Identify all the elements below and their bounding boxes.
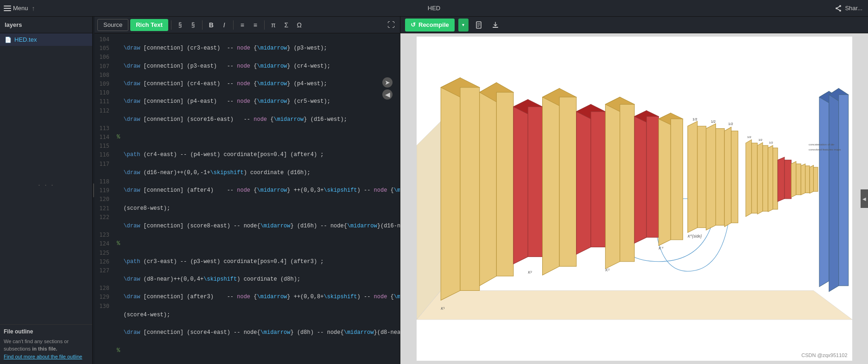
svg-line-6 xyxy=(836,6,840,8)
code-line: % xyxy=(117,133,396,142)
svg-rect-0 xyxy=(4,6,11,6)
svg-marker-68 xyxy=(819,91,829,287)
svg-marker-66 xyxy=(810,165,813,194)
ordered-list-btn[interactable]: ≡ xyxy=(236,19,248,31)
preview-download-btn[interactable] xyxy=(489,19,502,31)
share-button[interactable]: Shar... xyxy=(835,5,868,12)
svg-rect-67 xyxy=(813,167,817,191)
editor-toolbar: Source Rich Text § § B I ≡ ≡ π Σ Ω ⛶ xyxy=(95,17,400,33)
app-title: HED xyxy=(428,5,440,12)
code-area[interactable]: 104 105 106 107 108 109 110 111 112 113 … xyxy=(95,33,400,364)
code-line: \draw [connection] (after4) -- node {\mi… xyxy=(117,186,396,195)
svg-rect-44 xyxy=(646,116,659,237)
svg-rect-61 xyxy=(784,160,791,199)
svg-text:convolved features maps: convolved features maps xyxy=(809,148,841,151)
svg-line-7 xyxy=(836,8,840,11)
preview-page: 1/2 1/2 1/2 1/2 1/2 1/2 concatenation of… xyxy=(417,37,852,361)
svg-marker-39 xyxy=(605,97,620,269)
toolbar-separator-2 xyxy=(202,20,203,30)
svg-text:K³: K³ xyxy=(605,268,609,272)
menu-button[interactable]: Menu xyxy=(4,5,28,12)
topbar-left: Menu ↑ xyxy=(0,5,35,12)
omega-btn[interactable]: Ω xyxy=(293,19,305,31)
recompile-icon: ↺ xyxy=(411,21,416,28)
line-numbers: 104 105 106 107 108 109 110 111 112 113 … xyxy=(95,33,113,364)
svg-marker-56 xyxy=(757,143,762,214)
svg-marker-48 xyxy=(687,121,697,232)
preview-doc-icon-btn[interactable] xyxy=(472,19,485,31)
menu-label: Menu xyxy=(13,5,28,12)
code-content[interactable]: \draw [connection] (cr3-east) -- node {\… xyxy=(113,33,400,364)
editor-nav-buttons: ➤ ◀ xyxy=(382,77,393,100)
preview-edge-arrow[interactable]: ◀ xyxy=(861,189,868,208)
svg-rect-73 xyxy=(838,94,848,286)
preview-panel: ↺ Recompile ▾ xyxy=(400,17,868,364)
svg-marker-62 xyxy=(791,162,796,197)
svg-marker-50 xyxy=(706,124,716,230)
pi-btn[interactable]: π xyxy=(267,19,279,31)
code-line: \path (cr3-east) -- (p3-west) coordinate… xyxy=(117,257,396,266)
toolbar-separator-1 xyxy=(171,20,171,30)
code-line: \draw [connection] (score4-east) -- node… xyxy=(117,328,396,337)
italic-btn[interactable]: I xyxy=(218,19,230,31)
svg-marker-24 xyxy=(441,78,460,300)
svg-marker-71 xyxy=(829,88,838,292)
svg-rect-32 xyxy=(528,107,542,257)
svg-rect-53 xyxy=(731,131,738,223)
watermark: CSDN @zqx951102 xyxy=(801,352,847,358)
nav-arrow-left[interactable]: ◀ xyxy=(382,89,393,100)
code-line: % xyxy=(117,346,396,355)
svg-rect-51 xyxy=(716,129,724,226)
sidebar-file-item[interactable]: HED.tex xyxy=(0,33,92,46)
section-btn[interactable]: § xyxy=(174,19,186,31)
outline-find-more-link[interactable]: Find out more about the file outline xyxy=(4,354,82,359)
svg-marker-42 xyxy=(634,111,646,243)
fullscreen-btn[interactable]: ⛶ xyxy=(385,19,397,31)
code-line: \draw [connection] (cr3-east) -- node {\… xyxy=(117,44,396,53)
svg-marker-36 xyxy=(576,104,590,254)
svg-marker-64 xyxy=(801,164,805,195)
svg-text:1/2: 1/2 xyxy=(728,122,733,126)
code-line: \draw (d16-near)++(0,0,-1+\skipshift) co… xyxy=(117,169,396,177)
code-line: (score8-west); xyxy=(117,204,396,213)
section2-btn[interactable]: § xyxy=(187,19,199,31)
svg-marker-58 xyxy=(768,145,773,212)
svg-marker-14 xyxy=(417,290,852,320)
svg-rect-57 xyxy=(762,145,767,211)
sidebar-dots: · · · xyxy=(38,180,54,190)
code-line: \draw [connection] (score16-east) -- nod… xyxy=(117,115,396,124)
source-tab[interactable]: Source xyxy=(97,19,128,31)
topbar-upload-icon[interactable]: ↑ xyxy=(32,5,35,12)
file-outline-title: File outline xyxy=(4,328,89,335)
svg-rect-26 xyxy=(460,88,480,291)
svg-rect-55 xyxy=(751,143,757,213)
doc-icon xyxy=(475,21,482,29)
code-line: % xyxy=(117,239,396,248)
richtext-tab[interactable]: Rich Text xyxy=(130,19,168,31)
bold-btn[interactable]: B xyxy=(205,19,217,31)
outline-message-bold: in this file. xyxy=(32,346,57,351)
svg-rect-47 xyxy=(671,119,683,240)
code-line: \draw [connection] (p3-east) -- node {\m… xyxy=(117,62,396,71)
svg-rect-38 xyxy=(591,112,605,247)
unordered-list-btn[interactable]: ≡ xyxy=(249,19,261,31)
svg-marker-27 xyxy=(479,82,496,286)
sidebar-file-name: HED.tex xyxy=(14,36,37,43)
svg-rect-1 xyxy=(4,8,11,9)
svg-rect-65 xyxy=(805,166,809,193)
svg-rect-63 xyxy=(796,164,800,195)
svg-marker-45 xyxy=(659,113,671,245)
svg-text:concatenation of de-: concatenation of de- xyxy=(809,143,835,146)
recompile-dropdown-button[interactable]: ▾ xyxy=(458,19,469,31)
file-outline-message: We can't find any sections or subsection… xyxy=(4,338,89,361)
share-icon xyxy=(835,5,842,12)
sigma-btn[interactable]: Σ xyxy=(280,19,292,31)
recompile-button[interactable]: ↺ Recompile xyxy=(405,19,455,31)
svg-text:1/2: 1/2 xyxy=(769,141,773,144)
svg-marker-30 xyxy=(513,100,527,264)
svg-text:1/2: 1/2 xyxy=(692,117,697,121)
code-line: \draw [connection] (p4-east) -- node {\m… xyxy=(117,97,396,106)
nav-arrow-right[interactable]: ➤ xyxy=(382,77,393,88)
svg-rect-49 xyxy=(697,126,706,227)
sidebar-divider: · · · xyxy=(0,46,92,324)
